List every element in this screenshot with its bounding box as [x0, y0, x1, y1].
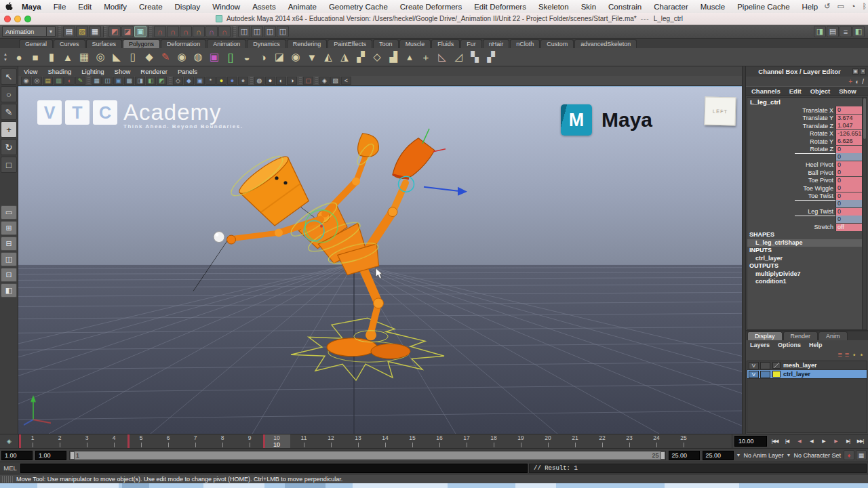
layer-editor-menu-layers[interactable]: Layers	[750, 342, 770, 348]
triangulate-icon[interactable]: ◺	[434, 49, 450, 65]
combine-icon[interactable]: ◒	[239, 49, 255, 65]
timeline-frame-6[interactable]: 6	[155, 434, 182, 448]
render-settings-icon[interactable]: ◫	[277, 26, 289, 37]
layer-row[interactable]: Vctrl_layer	[747, 370, 867, 379]
bridge-icon[interactable]: ▟	[385, 49, 401, 65]
timeline-frame-8[interactable]: 8	[209, 434, 236, 448]
poly-helix-icon[interactable]: ◍	[190, 49, 206, 65]
bevel-icon[interactable]: ◇	[369, 49, 385, 65]
menubar-item-constrain[interactable]: Constrain	[602, 3, 648, 11]
four-pane-layout-icon[interactable]: ⊞	[1, 221, 17, 235]
layer-editor-menu-help[interactable]: Help	[809, 342, 823, 348]
single-pane-layout-icon[interactable]: ▭	[1, 205, 17, 220]
ipr-render-icon[interactable]: ◫	[264, 26, 276, 37]
timeline-frame-10[interactable]: 1010	[263, 434, 290, 448]
shelf-tab-surfaces[interactable]: Surfaces	[86, 39, 123, 48]
show-attribute-editor-icon[interactable]: ▤	[827, 26, 839, 37]
layer-row[interactable]: Vmesh_layer	[747, 361, 867, 370]
layer-editor-tab-render[interactable]: Render	[783, 331, 818, 340]
playback-start-field[interactable]: 1.00	[35, 451, 66, 460]
persp-outliner-layout-icon[interactable]: ◫	[1, 252, 17, 266]
menubar-item-maya[interactable]: Maya	[16, 3, 47, 11]
create-display-layer-assign-selected-icon[interactable]: ≡	[845, 350, 849, 359]
channelbox-menu-show[interactable]: Show	[839, 87, 856, 95]
menubar-item-window[interactable]: Window	[206, 3, 246, 11]
sculpt-geometry-icon[interactable]: ✎	[157, 49, 174, 65]
grid-toggle-icon[interactable]: ▦	[92, 77, 102, 85]
animation-start-field[interactable]: 1.00	[1, 451, 33, 460]
shelf-tab-curves[interactable]: Curves	[54, 39, 85, 48]
character-set-selector[interactable]: No Character Set	[793, 452, 841, 459]
select-by-component-icon[interactable]: ▣	[134, 26, 146, 37]
video-progress-bar[interactable]	[0, 483, 868, 488]
grease-pencil-icon[interactable]: ✎	[75, 77, 85, 85]
timeline-frame-16[interactable]: 16	[426, 434, 453, 448]
checker-map-b-icon[interactable]: ▞	[483, 49, 499, 65]
separate-icon[interactable]: ◑	[255, 49, 271, 65]
timeline-frame-12[interactable]: 12	[317, 434, 344, 448]
current-time-field[interactable]: 10.00	[734, 436, 767, 447]
step-forward-frame-button[interactable]: ▶|	[842, 436, 854, 447]
shelf-collapse-icon[interactable]: ▲▼	[0, 52, 11, 62]
boolean-union-icon[interactable]: ◉	[288, 49, 304, 65]
layer-playback-toggle[interactable]	[760, 362, 770, 369]
use-all-lights-icon[interactable]: *	[205, 77, 216, 85]
shelf-tab-animation[interactable]: Animation	[207, 39, 246, 48]
shelf-tab-general[interactable]: General	[19, 39, 53, 48]
open-render-view-icon[interactable]: ◫	[238, 26, 250, 37]
channelbox-node-item[interactable]: L_leg_ctrlShape	[747, 239, 867, 247]
rotate-tool-icon[interactable]: ↻	[1, 139, 17, 155]
viewport-menu-renderer[interactable]: Renderer	[140, 68, 167, 75]
shelf-tab-muscle[interactable]: Muscle	[399, 39, 431, 48]
shelf-tab-advancedskeleton[interactable]: advancedSkeleton	[574, 39, 637, 48]
field-chart-icon[interactable]: ◨	[135, 77, 145, 85]
play-backwards-button[interactable]: ◀	[806, 436, 817, 447]
timeline-frame-7[interactable]: 7	[182, 434, 209, 448]
menubar-item-modify[interactable]: Modify	[98, 3, 133, 11]
layer-editor-tab-anim[interactable]: Anim	[818, 331, 848, 340]
poly-torus-icon[interactable]: ◎	[92, 49, 108, 65]
persp-graph-layout-icon[interactable]: ⊟	[1, 237, 17, 251]
menu-set-selector[interactable]: Animation ▼	[2, 26, 56, 37]
no-lights-icon[interactable]: ●	[238, 77, 248, 85]
scale-tool-icon[interactable]: □	[1, 157, 17, 173]
shelf-tab-painteffects[interactable]: PaintEffects	[328, 39, 372, 48]
make-object-live-icon[interactable]: ∩	[218, 26, 231, 37]
select-by-hierarchy-icon[interactable]: ◩	[108, 26, 121, 37]
close-window-button[interactable]	[4, 16, 11, 22]
isolate-select-icon[interactable]: ◍	[254, 77, 264, 85]
xray-joints-icon[interactable]: ◐	[276, 77, 286, 85]
extrude-icon[interactable]: ▴	[401, 49, 418, 65]
menubar-item-assets[interactable]: Assets	[246, 3, 282, 11]
channel-manip-pencil-icon[interactable]: /	[862, 78, 864, 85]
shelf-tab-ncloth[interactable]: nCloth	[510, 39, 540, 48]
wireframe-display-icon[interactable]: ◇	[173, 77, 183, 85]
chevron-down-icon[interactable]: ▼	[787, 453, 791, 458]
mel-input[interactable]	[20, 464, 528, 473]
channel-manip-sphere-icon[interactable]: ◐	[855, 78, 859, 85]
chevron-down-icon[interactable]: ▼	[736, 453, 741, 458]
viewport-menu-show[interactable]: Show	[115, 68, 131, 75]
shelf-tab-custom[interactable]: Custom	[540, 39, 574, 48]
layer-visibility-toggle[interactable]: V	[749, 362, 759, 369]
timeline-frame-24[interactable]: 24	[643, 434, 670, 448]
chevron-down-icon[interactable]: ▼	[47, 26, 56, 37]
menubar-item-muscle[interactable]: Muscle	[694, 3, 731, 11]
lasso-select-tool-icon[interactable]: ○	[1, 86, 17, 102]
default-lighting-icon[interactable]: ●	[216, 77, 226, 85]
viewport-canvas[interactable]: V T C Academy Think Ahead. Beyond Bounda…	[18, 86, 742, 434]
sync-status-icon[interactable]: ↺	[824, 2, 830, 11]
render-current-frame-icon[interactable]: ◫	[251, 26, 263, 37]
bluetooth-icon[interactable]: ᛒ	[862, 2, 867, 11]
timeline-frame-5[interactable]: 5	[127, 434, 155, 448]
anim-layer-selector[interactable]: No Anim Layer	[744, 452, 784, 459]
poly-sphere-icon[interactable]: ●	[11, 49, 27, 65]
minimize-window-button[interactable]	[14, 16, 21, 22]
playback-end-field[interactable]: 25.00	[669, 451, 700, 460]
safe-title-icon[interactable]: ◩	[157, 77, 167, 85]
range-slider-track[interactable]: 1 25	[69, 451, 666, 460]
viewport-menu-lighting[interactable]: Lighting	[81, 68, 104, 75]
animation-end-field[interactable]: 25.00	[703, 451, 734, 460]
timeline-frame-1[interactable]: 1	[19, 434, 46, 448]
hypergraph-layout-icon[interactable]: ⊡	[1, 268, 17, 282]
